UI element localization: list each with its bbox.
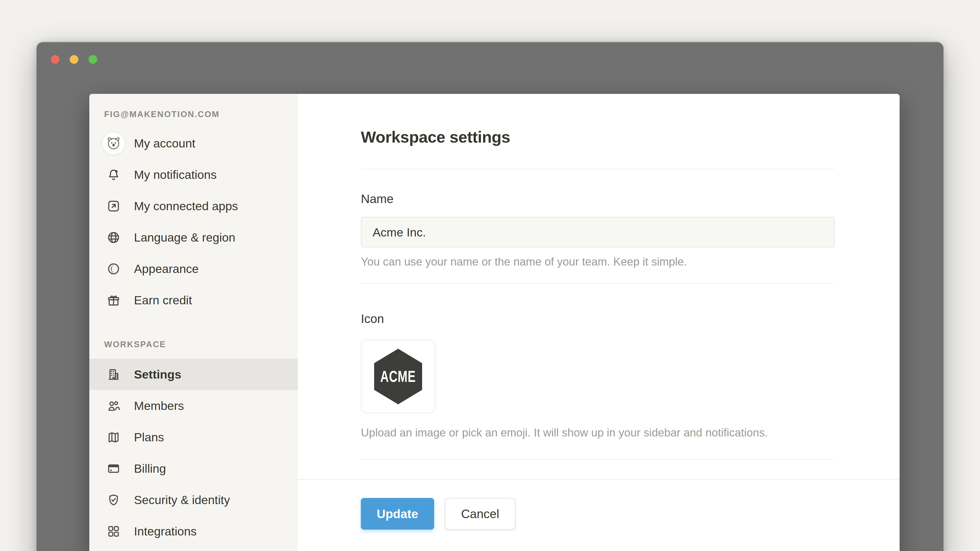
two-people-icon	[105, 398, 122, 414]
sidebar-item-my-notifications[interactable]: My notifications	[89, 159, 298, 190]
sidebar-item-settings[interactable]: Settings	[89, 359, 298, 390]
sidebar-item-integrations[interactable]: Integrations	[89, 516, 298, 547]
title-divider	[361, 169, 835, 169]
name-field-label: Name	[361, 192, 900, 206]
icon-field-label: Icon	[361, 312, 900, 326]
sidebar-item-appearance[interactable]: Appearance	[89, 253, 298, 284]
account-email-heading: FIG@MAKENOTION.COM	[89, 109, 298, 119]
sidebar-item-label: Integrations	[134, 524, 197, 538]
page-title: Workspace settings	[361, 129, 835, 145]
sidebar-item-label: Billing	[134, 462, 166, 475]
workspace-section-heading: WORKSPACE	[89, 339, 298, 349]
sidebar-item-label: My connected apps	[134, 199, 238, 213]
sidebar-item-members[interactable]: Members	[89, 390, 298, 421]
sidebar-item-label: Appearance	[134, 262, 199, 276]
name-helper-text: You can use your name or the name of you…	[361, 254, 841, 270]
settings-dialog: FIG@MAKENOTION.COM	[89, 94, 900, 551]
icon-section-divider	[361, 459, 835, 460]
sidebar-item-label: Language & region	[134, 230, 235, 245]
globe-icon	[105, 229, 122, 246]
dialog-footer: Update Cancel	[361, 498, 900, 530]
sidebar-item-my-account[interactable]: My account	[89, 127, 298, 159]
sidebar-item-my-connected-apps[interactable]: My connected apps	[89, 190, 298, 222]
sidebar-item-label: My notifications	[134, 168, 217, 182]
cancel-button[interactable]: Cancel	[445, 498, 515, 530]
workspace-settings-panel: Workspace settings Name You can use your…	[298, 94, 900, 551]
icon-helper-text: Upload an image or pick an emoji. It wil…	[361, 424, 841, 441]
app-window: FIG@MAKENOTION.COM	[37, 41, 943, 551]
moon-circle-icon	[105, 261, 122, 277]
folded-map-icon	[105, 429, 122, 445]
workspace-name-input[interactable]	[361, 217, 835, 248]
sidebar-item-earn-credit[interactable]: Earn credit	[89, 284, 298, 316]
arrow-up-right-square-icon	[105, 198, 122, 214]
gift-icon	[105, 292, 122, 308]
sidebar-item-language-region[interactable]: Language & region	[89, 222, 298, 253]
sidebar-item-label: Members	[134, 399, 184, 413]
sidebar-item-label: Plans	[134, 430, 164, 444]
office-building-icon	[105, 366, 122, 383]
settings-sidebar: FIG@MAKENOTION.COM	[89, 94, 298, 551]
update-button[interactable]: Update	[361, 498, 434, 530]
name-section-divider	[361, 283, 835, 284]
sidebar-item-label: Earn credit	[134, 293, 192, 307]
footer-divider	[298, 479, 900, 480]
sidebar-item-plans[interactable]: Plans	[89, 421, 298, 453]
sidebar-item-label: Security & identity	[134, 493, 230, 507]
sidebar-item-label: My account	[134, 136, 195, 150]
credit-card-icon	[105, 460, 122, 477]
user-avatar-icon	[102, 132, 125, 155]
shield-check-icon	[105, 492, 122, 508]
sidebar-item-label: Settings	[134, 367, 181, 381]
grid-squares-icon	[105, 523, 122, 540]
close-window-button[interactable]	[51, 55, 59, 64]
minimize-window-button[interactable]	[70, 55, 78, 64]
acme-logo: ACME	[374, 349, 422, 404]
bell-icon	[105, 167, 122, 183]
workspace-icon-picker[interactable]: ACME	[361, 340, 435, 413]
sidebar-item-billing[interactable]: Billing	[89, 453, 298, 484]
sidebar-item-security-identity[interactable]: Security & identity	[89, 484, 298, 516]
zoom-window-button[interactable]	[89, 55, 97, 64]
